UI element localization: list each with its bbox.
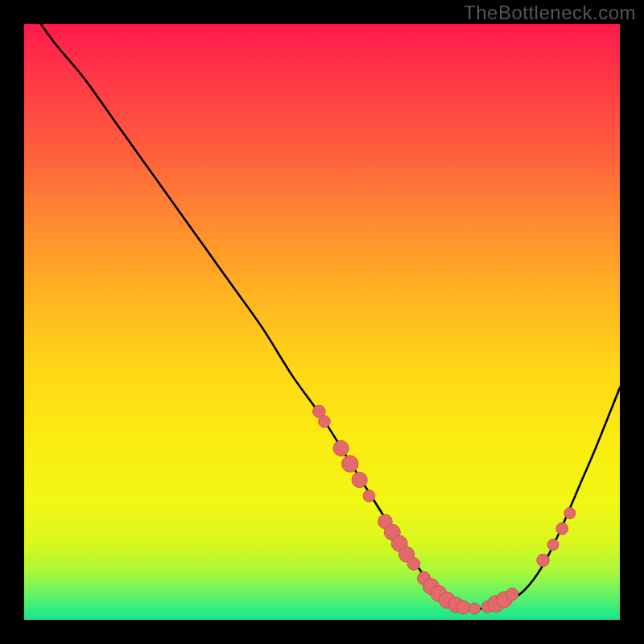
- curve-marker: [469, 603, 480, 614]
- chart-svg: [24, 24, 620, 620]
- curve-marker: [407, 558, 420, 571]
- curve-markers: [313, 405, 576, 614]
- curve-marker: [363, 490, 375, 502]
- curve-marker: [564, 508, 576, 519]
- curve-marker: [547, 539, 559, 551]
- curve-marker: [537, 554, 550, 567]
- bottleneck-curve-line: [24, 24, 620, 609]
- curve-marker: [333, 440, 349, 456]
- watermark-text: TheBottleneck.com: [464, 2, 636, 24]
- curve-marker: [319, 415, 331, 427]
- curve-marker: [456, 601, 470, 614]
- chart-plot-area: [24, 24, 620, 620]
- curve-marker: [506, 588, 518, 601]
- curve-marker: [556, 522, 568, 535]
- curve-marker: [341, 456, 358, 473]
- curve-marker: [352, 472, 367, 487]
